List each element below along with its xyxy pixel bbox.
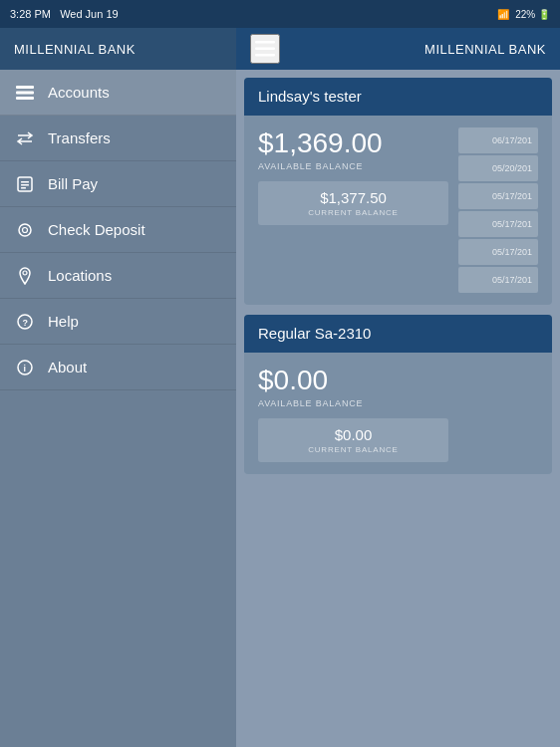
transaction-date-6: 05/17/201 (458, 267, 538, 293)
transfers-label: Transfers (48, 129, 111, 146)
account-card-1[interactable]: Lindsay's tester $1,369.00 AVAILABLE BAL… (244, 78, 552, 305)
svg-rect-5 (21, 184, 29, 186)
svg-rect-0 (16, 86, 34, 89)
accounts-label: Accounts (48, 84, 110, 101)
account-1-transactions: 06/17/201 05/20/201 05/17/201 05/17/201 (458, 127, 538, 293)
account-1-available-amount: $1,369.00 (258, 127, 448, 159)
wifi-icon: 📶 (497, 9, 509, 20)
checkdeposit-icon (14, 219, 36, 241)
sidebar-item-locations[interactable]: Locations (0, 253, 236, 299)
account-2-balance-section: $0.00 AVAILABLE BALANCE $0.00 CURRENT BA… (258, 365, 448, 462)
locations-icon (14, 265, 36, 287)
sidebar-item-checkdeposit[interactable]: Check Deposit (0, 207, 236, 253)
account-card-1-header: Lindsay's tester (244, 78, 552, 116)
account-card-2-header: Regular Sa-2310 (244, 315, 552, 353)
account-1-balance-section: $1,369.00 AVAILABLE BALANCE $1,377.50 CU… (258, 127, 448, 293)
svg-rect-1 (16, 91, 34, 94)
account-1-current-label: CURRENT BALANCE (270, 208, 436, 217)
sidebar-item-help[interactable]: ? Help (0, 299, 236, 345)
accounts-icon (14, 82, 36, 104)
account-2-transactions (458, 365, 538, 462)
svg-rect-16 (255, 54, 275, 57)
svg-point-8 (23, 227, 28, 232)
svg-rect-6 (21, 187, 26, 189)
sidebar-item-accounts[interactable]: Accounts (0, 70, 236, 116)
svg-rect-2 (16, 97, 34, 100)
svg-point-7 (19, 224, 31, 236)
top-bar-brand: Millennial Bank (424, 42, 546, 57)
status-bar: 3:28 PM Wed Jun 19 📶 22% 🔋 (0, 0, 560, 28)
sidebar-header: Millennial Bank (0, 28, 236, 70)
svg-text:i: i (24, 364, 27, 374)
account-2-name: Regular Sa-2310 (258, 325, 371, 342)
svg-text:?: ? (23, 318, 29, 328)
transfers-icon (14, 127, 36, 149)
account-card-2-body: $0.00 AVAILABLE BALANCE $0.00 CURRENT BA… (244, 353, 552, 474)
account-2-available-amount: $0.00 (258, 365, 448, 396)
transaction-date-4: 05/17/201 (458, 211, 538, 237)
main-content: Millennial Bank Lindsay's tester $1,369.… (236, 28, 560, 747)
account-1-current-balance-box: $1,377.50 CURRENT BALANCE (258, 181, 448, 225)
svg-rect-15 (255, 48, 275, 51)
transaction-date-1: 06/17/201 (458, 127, 538, 153)
billpay-label: Bill Pay (48, 175, 98, 192)
billpay-icon (14, 173, 36, 195)
status-time-date: 3:28 PM Wed Jun 19 (10, 8, 119, 20)
transaction-date-5: 05/17/201 (458, 239, 538, 265)
account-1-current-amount: $1,377.50 (270, 189, 436, 206)
svg-rect-4 (21, 181, 29, 183)
account-2-available-label: AVAILABLE BALANCE (258, 398, 448, 408)
account-1-available-label: AVAILABLE BALANCE (258, 161, 448, 171)
account-card-2[interactable]: Regular Sa-2310 $0.00 AVAILABLE BALANCE … (244, 315, 552, 474)
about-icon: i (14, 357, 36, 378)
battery-indicator: 22% 🔋 (515, 9, 550, 20)
sidebar-item-billpay[interactable]: Bill Pay (0, 161, 236, 207)
transaction-date-3: 05/17/201 (458, 183, 538, 209)
account-2-current-label: CURRENT BALANCE (270, 445, 436, 454)
help-icon: ? (14, 311, 36, 333)
account-2-current-amount: $0.00 (270, 426, 436, 443)
sidebar: Millennial Bank Accounts (0, 28, 236, 747)
locations-label: Locations (48, 267, 112, 284)
account-2-current-balance-box: $0.00 CURRENT BALANCE (258, 418, 448, 462)
sidebar-nav: Accounts Transfers (0, 70, 236, 747)
help-label: Help (48, 313, 79, 330)
sidebar-item-about[interactable]: i About (0, 345, 236, 390)
transaction-date-2: 05/20/201 (458, 155, 538, 181)
content-area: Lindsay's tester $1,369.00 AVAILABLE BAL… (236, 70, 560, 747)
account-1-name: Lindsay's tester (258, 88, 362, 105)
sidebar-item-transfers[interactable]: Transfers (0, 116, 236, 161)
svg-point-9 (23, 271, 27, 275)
sidebar-brand: Millennial Bank (14, 42, 136, 57)
about-label: About (48, 359, 87, 375)
checkdeposit-label: Check Deposit (48, 221, 145, 238)
account-card-1-body: $1,369.00 AVAILABLE BALANCE $1,377.50 CU… (244, 116, 552, 305)
svg-rect-14 (255, 41, 275, 44)
hamburger-button[interactable] (250, 34, 280, 64)
top-bar: Millennial Bank (236, 28, 560, 70)
